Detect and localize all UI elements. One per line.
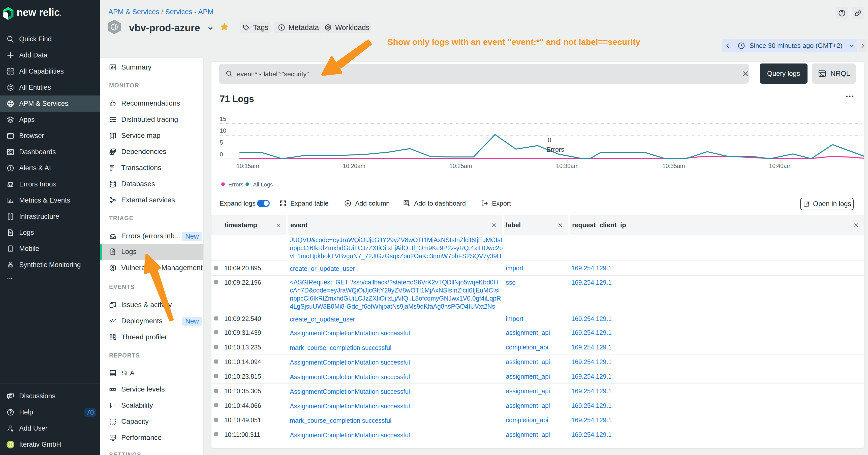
- svg-text:new relic.: new relic.: [17, 7, 61, 18]
